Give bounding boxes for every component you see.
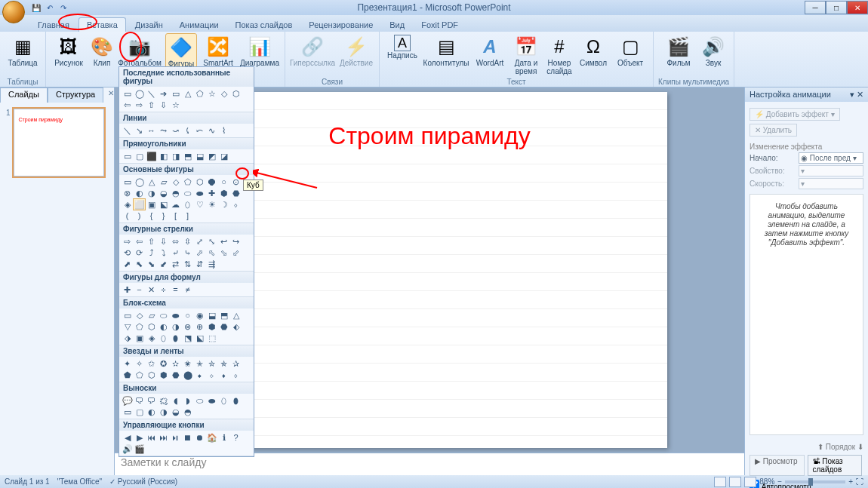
qat-undo-icon[interactable]: ↶: [44, 2, 56, 14]
slideshow-button[interactable]: 📽 Показ слайдов: [808, 455, 863, 476]
sorter-view-button[interactable]: [729, 477, 741, 487]
picture-button[interactable]: 🖼Рисунок: [51, 33, 87, 77]
anim-close-icon[interactable]: ▾ ✕: [850, 90, 863, 100]
thumb-title: Строим пирамиду: [19, 117, 99, 122]
sound-button[interactable]: 🔊Звук: [700, 33, 727, 77]
hyperlink-button[interactable]: 🔗Гиперссылка: [290, 33, 335, 77]
cube-shape[interactable]: ⬜: [134, 199, 145, 210]
preview-button[interactable]: ▶ Просмотр: [749, 455, 805, 476]
callouts-header: Выноски: [119, 382, 254, 394]
rects-header: Прямоугольники: [119, 138, 254, 149]
object-button[interactable]: ▢Объект: [612, 33, 648, 77]
fit-button[interactable]: ⛶: [856, 477, 863, 486]
add-effect-button[interactable]: ⚡ Добавить эффект ▾: [749, 108, 840, 121]
remove-effect-button[interactable]: ✕ Удалить: [749, 124, 797, 137]
start-label: Начало:: [749, 154, 778, 162]
tab-review[interactable]: Рецензирование: [301, 18, 380, 32]
slide-title: Строим пирамиду: [192, 122, 667, 150]
stars-header: Звезды и ленты: [119, 345, 254, 357]
window-title: Презентация1 - Microsoft PowerPoint: [357, 2, 510, 13]
slide-thumbnail[interactable]: Строим пирамиду: [14, 109, 104, 176]
minimize-button[interactable]: ─: [805, 1, 826, 14]
zoom-value: 88%: [759, 477, 774, 486]
status-theme: "Тема Office": [57, 477, 102, 486]
close-button[interactable]: ✕: [847, 1, 868, 14]
cube-tooltip: Куб: [243, 180, 263, 191]
group-links: Связи: [322, 77, 343, 87]
zoom-slider[interactable]: [785, 480, 845, 483]
tab-view[interactable]: Вид: [382, 18, 412, 32]
zoom-out-button[interactable]: −: [777, 477, 782, 486]
headerfooter-button[interactable]: ▤Колонтитулы: [423, 33, 469, 77]
qat-save-icon[interactable]: 💾: [30, 2, 42, 14]
qat-redo-icon[interactable]: ↷: [57, 2, 69, 14]
lines-header: Линии: [119, 112, 254, 124]
speed-select[interactable]: ▾: [799, 178, 863, 189]
wordart-button[interactable]: AWordArt: [472, 33, 508, 77]
anim-hint: Чтобы добавить анимацию, выделите элемен…: [749, 194, 863, 435]
clipart-button[interactable]: 🎨Клип: [90, 33, 114, 77]
change-effect-label: Изменение эффекта: [749, 143, 863, 151]
flowchart-header: Блок-схема: [119, 297, 254, 308]
tab-design[interactable]: Дизайн: [128, 18, 171, 32]
slidenumber-button[interactable]: #Номер слайда: [544, 33, 574, 77]
tab-slideshow[interactable]: Показ слайдов: [228, 18, 300, 32]
shapes-dropdown[interactable]: Последние использованные фигуры ▭◯＼➔▭△⬠☆…: [119, 66, 254, 457]
start-select[interactable]: ◉ После пред ▾: [799, 152, 863, 164]
tab-animations[interactable]: Анимации: [172, 18, 226, 32]
slides-tab[interactable]: Слайды: [0, 87, 48, 103]
recent-shapes-header: Последние использованные фигуры: [119, 67, 254, 87]
group-text: Текст: [506, 77, 525, 87]
anim-title: Настройка анимации: [749, 90, 831, 100]
tab-foxit[interactable]: Foxit PDF: [414, 18, 466, 32]
slideshow-view-button[interactable]: [744, 477, 756, 487]
normal-view-button[interactable]: [714, 477, 726, 487]
table-button[interactable]: ▦Таблица: [5, 33, 41, 77]
property-label: Свойство:: [749, 167, 785, 175]
slide-number: 1: [6, 109, 11, 176]
arrows-header: Фигурные стрелки: [119, 223, 254, 235]
action-button[interactable]: ⚡Действие: [338, 33, 374, 77]
tab-insert[interactable]: Вставка: [78, 17, 126, 32]
action-buttons-header: Управляющие кнопки: [119, 419, 254, 431]
status-slide: Слайд 1 из 1: [5, 477, 50, 486]
office-button[interactable]: [2, 1, 25, 23]
textbox-button[interactable]: AНадпись: [384, 33, 420, 77]
zoom-in-button[interactable]: +: [848, 477, 853, 486]
speed-label: Скорость:: [749, 180, 784, 188]
group-media: Клипы мультимедиа: [658, 77, 729, 87]
movie-button[interactable]: 🎬Фильм: [660, 33, 697, 77]
property-select[interactable]: ▾: [799, 165, 863, 176]
group-tables: Таблицы: [8, 77, 38, 87]
maximize-button[interactable]: □: [826, 1, 847, 14]
symbol-button[interactable]: ΩСимвол: [577, 33, 609, 77]
datetime-button[interactable]: 📅Дата и время: [511, 33, 541, 77]
tab-home[interactable]: Главная: [30, 18, 77, 32]
status-lang: ✓ Русский (Россия): [109, 477, 177, 486]
slide-canvas[interactable]: Строим пирамиду: [192, 92, 667, 448]
equation-header: Фигуры для формул: [119, 272, 254, 283]
outline-tab[interactable]: Структура: [48, 87, 103, 103]
basic-header: Основные фигуры: [119, 164, 254, 175]
